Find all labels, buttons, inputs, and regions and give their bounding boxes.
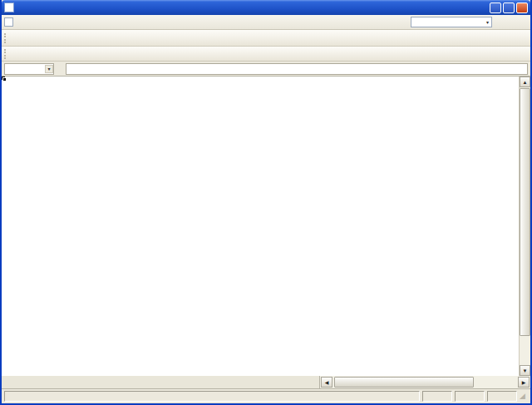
restore-button[interactable] bbox=[503, 2, 515, 13]
formatting-toolbar bbox=[2, 47, 530, 62]
status-cell-2 bbox=[487, 391, 517, 402]
formula-input[interactable] bbox=[66, 63, 528, 75]
toolbar-grip[interactable] bbox=[4, 33, 7, 43]
workbook-window-controls bbox=[496, 17, 528, 27]
tab-bar-spacer bbox=[3, 376, 319, 388]
close-button[interactable] bbox=[516, 2, 528, 13]
grid bbox=[2, 77, 519, 376]
workbook-icon bbox=[4, 17, 13, 27]
status-message bbox=[4, 391, 420, 402]
workbook-restore-button[interactable] bbox=[507, 17, 517, 27]
minimize-button[interactable] bbox=[490, 2, 501, 13]
formula-bar: ▾ bbox=[2, 62, 530, 77]
scroll-up-icon[interactable]: ▲ bbox=[520, 77, 530, 87]
title-bar bbox=[2, 0, 530, 15]
horizontal-scroll-track[interactable] bbox=[332, 377, 518, 388]
workbook-minimize-button[interactable] bbox=[496, 17, 506, 27]
chevron-down-icon[interactable]: ▾ bbox=[486, 19, 489, 25]
vertical-scroll-thumb[interactable] bbox=[520, 88, 530, 336]
name-box[interactable]: ▾ bbox=[4, 63, 54, 75]
status-num-lock bbox=[455, 391, 485, 402]
scroll-down-icon[interactable]: ▼ bbox=[520, 365, 530, 376]
horizontal-scroll-thumb[interactable] bbox=[334, 377, 474, 388]
excel-app-icon bbox=[4, 2, 14, 12]
fill-handle[interactable] bbox=[2, 77, 6, 81]
horizontal-scrollbar[interactable]: ◀ ▶ bbox=[319, 376, 530, 388]
workbook-close-button[interactable] bbox=[518, 17, 528, 27]
scroll-left-icon[interactable]: ◀ bbox=[321, 377, 332, 388]
selection-box bbox=[2, 77, 5, 80]
excel-window: ▾ ▾ ▲ ▼ bbox=[0, 0, 532, 405]
toolbar-grip-2[interactable] bbox=[4, 49, 7, 59]
grid-area: ▲ ▼ bbox=[2, 77, 530, 376]
standard-toolbar bbox=[2, 30, 530, 47]
scroll-right-icon[interactable]: ▶ bbox=[518, 377, 530, 388]
resize-grip-icon[interactable]: ◢ bbox=[520, 393, 528, 401]
menu-bar: ▾ bbox=[2, 15, 530, 30]
question-box[interactable]: ▾ bbox=[411, 17, 492, 27]
name-box-dropdown-icon[interactable]: ▾ bbox=[45, 65, 53, 73]
status-bar: ◢ bbox=[2, 389, 530, 403]
window-controls bbox=[490, 2, 528, 13]
vertical-scrollbar[interactable]: ▲ ▼ bbox=[519, 77, 530, 376]
sheet-tab-bar: ◀ ▶ bbox=[2, 376, 530, 389]
status-cell-1 bbox=[422, 391, 452, 402]
